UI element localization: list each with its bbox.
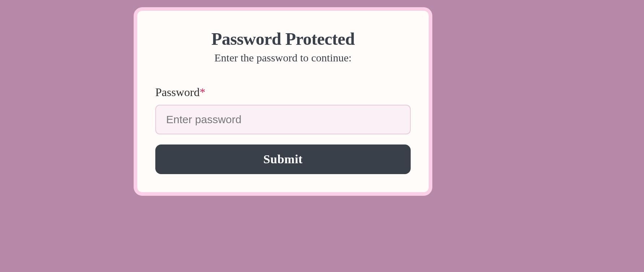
password-label: Password* bbox=[155, 86, 411, 99]
password-card: Password Protected Enter the password to… bbox=[134, 7, 432, 196]
card-title: Password Protected bbox=[155, 29, 411, 49]
card-subtitle: Enter the password to continue: bbox=[155, 52, 411, 64]
password-input[interactable] bbox=[155, 105, 411, 134]
required-asterisk-icon: * bbox=[200, 86, 206, 99]
password-label-text: Password bbox=[155, 86, 200, 99]
submit-button[interactable]: Submit bbox=[155, 144, 411, 174]
card-header: Password Protected Enter the password to… bbox=[155, 29, 411, 64]
password-form-group: Password* bbox=[155, 86, 411, 134]
